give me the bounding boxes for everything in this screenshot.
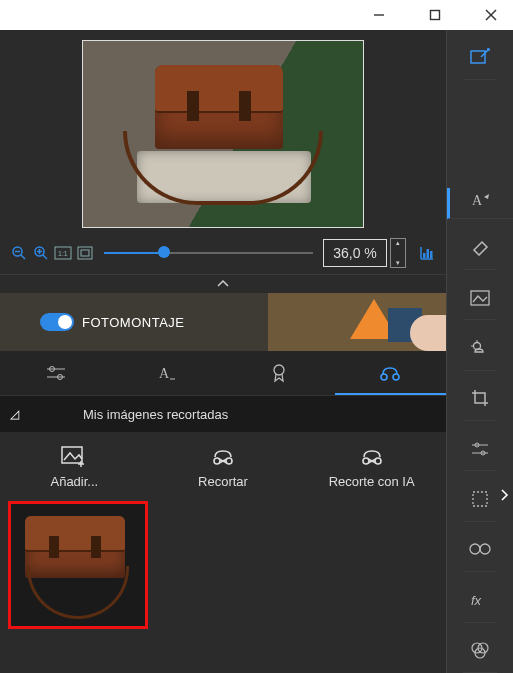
recrop-button[interactable]: Recortar (149, 444, 298, 489)
tab-cutout[interactable] (335, 351, 447, 395)
glasses-tool-icon[interactable] (463, 534, 497, 572)
svg-text:A: A (159, 366, 170, 381)
select-tool-icon[interactable] (463, 483, 497, 521)
svg-rect-50 (473, 492, 487, 506)
zoom-bar: 1:1 36,0 % ▴▾ (0, 232, 446, 274)
adjust-tool-icon[interactable] (463, 433, 497, 471)
ai-crop-label: Recorte con IA (329, 474, 415, 489)
photomontage-banner: FOTOMONTAJE (0, 293, 446, 351)
zoom-actual-icon[interactable]: 1:1 (54, 244, 72, 262)
zoom-stepper[interactable]: ▴▾ (390, 238, 406, 268)
right-toolbar: A fx (446, 30, 513, 673)
cutout-thumbnail-selected[interactable] (8, 501, 148, 629)
eraser-tool-icon[interactable] (463, 231, 497, 269)
svg-rect-40 (471, 51, 485, 63)
photomontage-toggle[interactable] (40, 313, 74, 331)
window-titlebar (0, 0, 513, 30)
window-maximize-button[interactable] (421, 1, 449, 29)
background-tool-icon[interactable] (463, 282, 497, 320)
ai-crop-button[interactable]: Recorte con IA (297, 444, 446, 489)
add-image-label: Añadir... (50, 474, 98, 489)
photomontage-label: FOTOMONTAJE (82, 315, 185, 330)
sky-tool-icon[interactable] (463, 332, 497, 370)
svg-rect-19 (430, 251, 433, 258)
zoom-fit-icon[interactable] (76, 244, 94, 262)
svg-line-5 (21, 255, 25, 259)
zoom-slider[interactable] (104, 251, 313, 255)
collapse-arrow-icon: ◿ (10, 407, 19, 421)
zoom-in-icon[interactable] (32, 244, 50, 262)
image-preview[interactable] (82, 40, 364, 228)
fx-tool-icon[interactable]: fx (463, 584, 497, 622)
tab-sliders[interactable] (0, 351, 112, 395)
expand-sidebar-button[interactable] (495, 480, 513, 510)
crop-tool-icon[interactable] (463, 383, 497, 421)
section-title: Mis imágenes recortadas (83, 407, 436, 422)
svg-rect-17 (423, 253, 426, 258)
banner-hand-icon (410, 315, 446, 351)
color-tool-icon[interactable] (463, 635, 497, 673)
svg-rect-18 (427, 249, 430, 258)
svg-point-51 (470, 544, 480, 554)
text-tool-icon[interactable]: A (447, 188, 513, 220)
cutout-actions: Añadir... Recortar Recorte con IA (0, 432, 446, 493)
section-header[interactable]: ◿ Mis imágenes recortadas (0, 396, 446, 432)
svg-point-52 (480, 544, 490, 554)
histogram-icon[interactable] (418, 244, 436, 262)
tab-badge[interactable] (223, 351, 335, 395)
svg-rect-1 (431, 11, 440, 20)
svg-text:fx: fx (471, 593, 482, 608)
svg-point-27 (381, 374, 387, 380)
work-area: 1:1 36,0 % ▴▾ (0, 30, 446, 673)
add-image-button[interactable]: Añadir... (0, 444, 149, 489)
svg-line-8 (43, 255, 47, 259)
svg-text:1:1: 1:1 (58, 250, 68, 257)
svg-rect-13 (78, 247, 92, 259)
svg-point-26 (274, 365, 284, 375)
svg-rect-14 (81, 250, 89, 256)
window-close-button[interactable] (477, 1, 505, 29)
window-minimize-button[interactable] (365, 1, 393, 29)
svg-text:A: A (472, 193, 483, 208)
recrop-label: Recortar (198, 474, 248, 489)
tab-text[interactable]: A (112, 351, 224, 395)
compose-tool-icon[interactable] (463, 42, 497, 80)
ai-scissors-icon (359, 444, 385, 470)
cutout-thumbnails (0, 493, 446, 637)
tool-tabs: A (0, 351, 446, 396)
zoom-value-field[interactable]: 36,0 % (323, 239, 387, 267)
zoom-out-icon[interactable] (10, 244, 28, 262)
zoom-value-text: 36,0 % (333, 245, 377, 261)
add-image-icon (61, 444, 87, 470)
svg-point-28 (393, 374, 399, 380)
scissors-cloud-icon (210, 444, 236, 470)
collapse-panel-button[interactable] (0, 274, 446, 293)
